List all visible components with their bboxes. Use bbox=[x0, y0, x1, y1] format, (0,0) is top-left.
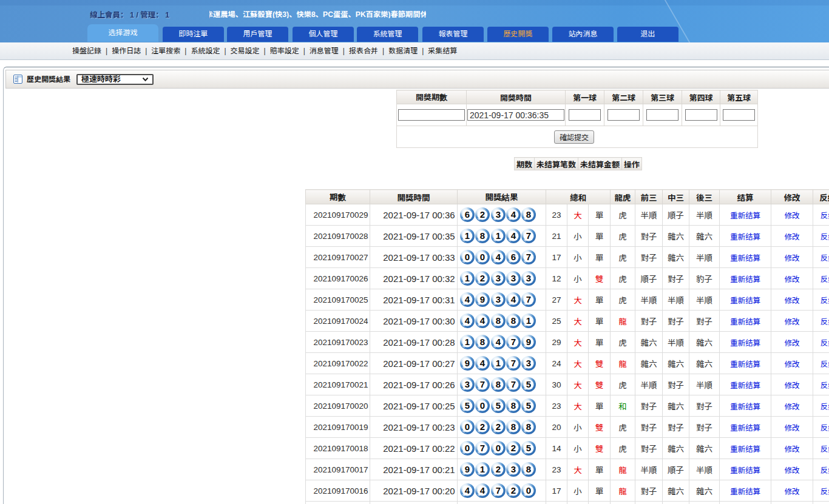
svg-text:0: 0 bbox=[465, 422, 470, 432]
svg-text:8: 8 bbox=[511, 400, 516, 411]
svg-text:3: 3 bbox=[495, 294, 500, 304]
svg-text:6: 6 bbox=[465, 209, 470, 220]
svg-text:7: 7 bbox=[526, 252, 531, 262]
svg-text:1: 1 bbox=[465, 230, 470, 241]
svg-text:4: 4 bbox=[480, 358, 486, 368]
svg-text:8: 8 bbox=[511, 422, 516, 432]
svg-text:5: 5 bbox=[526, 443, 531, 453]
svg-text:4: 4 bbox=[511, 209, 516, 220]
svg-text:3: 3 bbox=[511, 464, 516, 474]
svg-text:5: 5 bbox=[526, 400, 531, 411]
svg-text:2: 2 bbox=[480, 209, 485, 220]
svg-text:7: 7 bbox=[511, 379, 516, 389]
svg-text:2: 2 bbox=[495, 464, 500, 474]
svg-text:2: 2 bbox=[480, 422, 485, 432]
svg-text:4: 4 bbox=[465, 315, 470, 326]
svg-text:2: 2 bbox=[480, 273, 485, 283]
svg-text:7: 7 bbox=[480, 443, 485, 453]
svg-text:4: 4 bbox=[495, 252, 501, 262]
svg-text:0: 0 bbox=[480, 400, 485, 411]
svg-text:2: 2 bbox=[511, 485, 516, 496]
svg-text:4: 4 bbox=[465, 485, 470, 496]
svg-text:5: 5 bbox=[495, 400, 500, 411]
svg-text:7: 7 bbox=[511, 337, 516, 347]
svg-text:5: 5 bbox=[526, 379, 531, 389]
svg-text:4: 4 bbox=[465, 294, 470, 304]
svg-text:8: 8 bbox=[495, 379, 500, 389]
svg-text:2: 2 bbox=[495, 422, 500, 432]
svg-text:9: 9 bbox=[526, 337, 531, 347]
svg-text:8: 8 bbox=[480, 337, 485, 347]
svg-text:4: 4 bbox=[511, 230, 516, 241]
svg-text:8: 8 bbox=[495, 315, 500, 326]
svg-text:7: 7 bbox=[495, 485, 500, 496]
svg-text:4: 4 bbox=[480, 315, 486, 326]
svg-text:8: 8 bbox=[511, 315, 516, 326]
svg-text:3: 3 bbox=[526, 273, 531, 283]
svg-text:3: 3 bbox=[511, 273, 516, 283]
svg-text:1: 1 bbox=[480, 464, 485, 474]
svg-text:1: 1 bbox=[495, 230, 500, 241]
svg-text:8: 8 bbox=[526, 209, 531, 220]
svg-text:5: 5 bbox=[465, 400, 470, 411]
svg-text:8: 8 bbox=[526, 422, 531, 432]
svg-text:9: 9 bbox=[465, 358, 470, 368]
svg-text:7: 7 bbox=[526, 294, 531, 304]
svg-text:1: 1 bbox=[465, 273, 470, 283]
svg-text:0: 0 bbox=[480, 252, 485, 262]
svg-text:0: 0 bbox=[526, 485, 531, 496]
svg-text:7: 7 bbox=[511, 358, 516, 368]
svg-text:3: 3 bbox=[526, 358, 531, 368]
svg-text:7: 7 bbox=[526, 230, 531, 241]
svg-text:7: 7 bbox=[480, 379, 485, 389]
svg-text:0: 0 bbox=[495, 443, 500, 453]
svg-text:9: 9 bbox=[465, 464, 470, 474]
svg-text:8: 8 bbox=[480, 230, 485, 241]
svg-text:6: 6 bbox=[511, 252, 516, 262]
svg-text:4: 4 bbox=[511, 294, 516, 304]
svg-text:0: 0 bbox=[465, 252, 470, 262]
svg-text:3: 3 bbox=[495, 273, 500, 283]
svg-text:1: 1 bbox=[465, 337, 470, 347]
svg-text:8: 8 bbox=[526, 464, 531, 474]
svg-text:0: 0 bbox=[465, 443, 470, 453]
svg-text:2: 2 bbox=[511, 443, 516, 453]
svg-text:1: 1 bbox=[526, 315, 531, 326]
svg-text:3: 3 bbox=[465, 379, 470, 389]
svg-text:4: 4 bbox=[480, 485, 486, 496]
svg-text:9: 9 bbox=[480, 294, 485, 304]
svg-text:1: 1 bbox=[495, 358, 500, 368]
svg-text:3: 3 bbox=[495, 209, 500, 220]
svg-text:4: 4 bbox=[495, 337, 501, 347]
